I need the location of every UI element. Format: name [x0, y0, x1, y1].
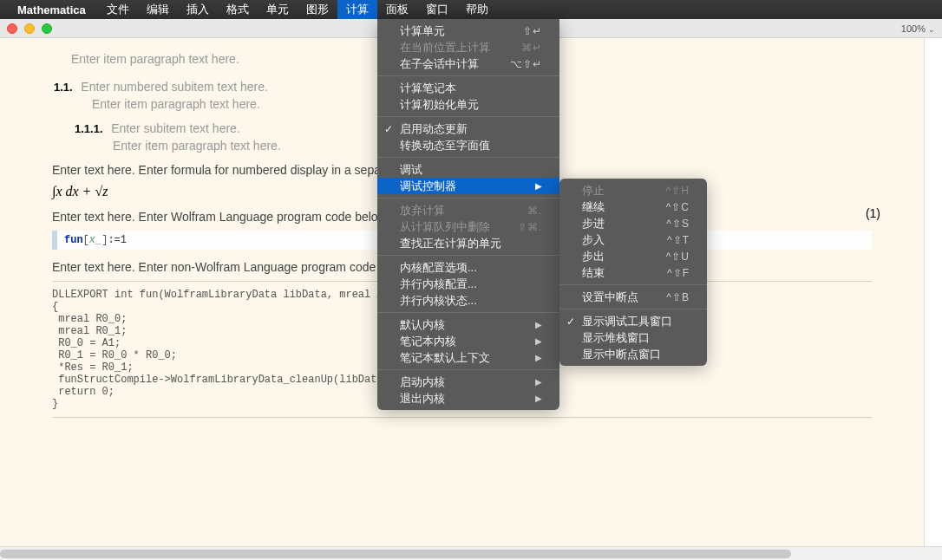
menu-item: 放弃计算⌘.	[377, 202, 559, 218]
menu-item[interactable]: 计算笔记本	[377, 80, 559, 96]
evaluation-menu: 计算单元⇧↵在当前位置上计算⌘↵在子会话中计算⌥⇧↵计算笔记本计算初始化单元✓启…	[377, 19, 559, 410]
menu-separator	[559, 309, 707, 309]
menu-item-label: 显示调试工具窗口	[582, 314, 672, 329]
menu-item[interactable]: 转换动态至字面值	[377, 137, 559, 153]
menu-item-label: 停止	[582, 183, 605, 199]
zoom-button[interactable]	[42, 23, 52, 34]
menu-item-label: 设置中断点	[582, 290, 638, 305]
menu-item-label: 默认内核	[400, 317, 445, 333]
menu-evaluation[interactable]: 计算	[337, 0, 377, 19]
menu-item: 从计算队列中删除⇧⌘.	[377, 218, 559, 235]
menu-item-label: 在当前位置上计算	[400, 40, 490, 55]
menu-item[interactable]: 设置中断点^⇧B	[559, 289, 707, 305]
menu-item[interactable]: 在子会话中计算⌥⇧↵	[377, 55, 559, 72]
menu-item[interactable]: 调试	[377, 161, 559, 178]
formula-number: (1)	[866, 206, 880, 220]
menu-shortcut: ^⇧S	[666, 218, 690, 230]
menu-item[interactable]: ✓启用动态更新	[377, 120, 559, 137]
menu-item-label: 在子会话中计算	[400, 56, 479, 72]
menu-shortcut: ⌘↵	[521, 42, 542, 54]
zoom-indicator[interactable]: 100% ⌄	[901, 23, 935, 34]
menu-item-label: 显示中断点窗口	[582, 347, 661, 362]
close-button[interactable]	[7, 23, 17, 34]
menu-separator	[377, 116, 559, 117]
menu-item-label: 笔记本默认上下文	[400, 350, 490, 366]
check-icon: ✓	[566, 316, 575, 328]
menu-item[interactable]: 步入^⇧T	[559, 231, 707, 248]
menu-palettes[interactable]: 面板	[377, 0, 417, 19]
menu-item[interactable]: 计算初始化单元	[377, 96, 559, 113]
menu-item[interactable]: 笔记本默认上下文▶	[377, 349, 559, 366]
menu-item-label: 内核配置选项...	[400, 260, 477, 276]
menu-item[interactable]: 显示中断点窗口	[559, 346, 707, 362]
menu-shortcut: ⌘.	[527, 205, 542, 217]
menu-cell[interactable]: 单元	[258, 0, 298, 19]
menu-item-label: 计算笔记本	[400, 81, 456, 96]
horizontal-scrollbar[interactable]	[0, 546, 942, 560]
submenu-arrow-icon: ▶	[535, 320, 542, 329]
subsubitem-number: 1.1.1.	[75, 122, 103, 135]
debug-controller-submenu: 停止^⇧H继续^⇧C步进^⇧S步入^⇧T步出^⇧U结束^⇧F设置中断点^⇧B✓显…	[559, 179, 707, 366]
menu-file[interactable]: 文件	[98, 0, 138, 19]
menu-format[interactable]: 格式	[218, 0, 258, 19]
menu-separator	[377, 75, 559, 76]
menu-separator	[559, 284, 707, 285]
menu-item: 停止^⇧H	[559, 182, 707, 199]
menu-item-label: 退出内核	[400, 391, 445, 407]
minimize-button[interactable]	[24, 23, 35, 34]
menu-item-label: 步出	[582, 249, 605, 264]
menu-graphics[interactable]: 图形	[298, 0, 337, 19]
menu-item[interactable]: 内核配置选项...	[377, 259, 559, 276]
menu-shortcut: ^⇧F	[667, 267, 690, 279]
menu-item[interactable]: 查找正在计算的单元	[377, 235, 559, 251]
menu-item[interactable]: 显示堆栈窗口	[559, 329, 707, 346]
scrollbar-thumb[interactable]	[0, 550, 791, 558]
menu-window[interactable]: 窗口	[417, 0, 457, 19]
traffic-lights	[7, 23, 52, 34]
menu-separator	[377, 312, 559, 313]
menu-item[interactable]: 步出^⇧U	[559, 248, 707, 264]
submenu-arrow-icon: ▶	[535, 181, 542, 191]
app-name[interactable]: Mathematica	[17, 3, 86, 16]
zoom-value: 100%	[901, 23, 926, 34]
menu-item[interactable]: 计算单元⇧↵	[377, 23, 559, 39]
menu-separator	[377, 369, 559, 370]
menu-shortcut: ^⇧H	[666, 185, 690, 197]
menu-item[interactable]: 退出内核▶	[377, 390, 559, 407]
menu-help[interactable]: 帮助	[457, 0, 497, 19]
menu-shortcut: ^⇧T	[667, 234, 690, 246]
menu-shortcut: ^⇧C	[666, 201, 690, 213]
chevron-down-icon: ⌄	[928, 25, 935, 34]
menu-item[interactable]: 笔记本内核▶	[377, 333, 559, 349]
menu-edit[interactable]: 编辑	[138, 0, 178, 19]
submenu-arrow-icon: ▶	[535, 336, 542, 346]
subsubitem-placeholder: Enter subitem text here.	[111, 121, 240, 135]
menu-item-label: 计算单元	[400, 23, 445, 39]
subitem-placeholder: Enter numbered subitem text here.	[81, 80, 268, 94]
menu-item[interactable]: 默认内核▶	[377, 316, 559, 333]
menu-item[interactable]: 并行内核状态...	[377, 292, 559, 309]
menu-item[interactable]: 步进^⇧S	[559, 215, 707, 231]
menu-item-label: 并行内核配置...	[400, 277, 477, 292]
menu-item[interactable]: 并行内核配置...	[377, 276, 559, 292]
menu-item-label: 放弃计算	[400, 203, 445, 218]
menu-item[interactable]: 继续^⇧C	[559, 199, 707, 215]
submenu-arrow-icon: ▶	[535, 353, 542, 362]
menu-item[interactable]: 结束^⇧F	[559, 264, 707, 281]
menu-item-label: 结束	[582, 265, 605, 281]
menu-item[interactable]: 调试控制器▶	[377, 178, 559, 194]
menu-item-label: 调试控制器	[400, 179, 456, 194]
subitem-number: 1.1.	[54, 81, 73, 94]
menu-shortcut: ⇧⌘.	[518, 221, 542, 233]
menu-insert[interactable]: 插入	[178, 0, 218, 19]
menu-item-label: 转换动态至字面值	[400, 138, 490, 153]
menu-item[interactable]: 启动内核▶	[377, 374, 559, 390]
menu-item: 在当前位置上计算⌘↵	[377, 39, 559, 55]
menu-shortcut: ^⇧B	[666, 291, 690, 303]
menu-shortcut: ^⇧U	[666, 251, 690, 263]
menu-separator	[377, 157, 559, 158]
menu-item[interactable]: ✓显示调试工具窗口	[559, 313, 707, 329]
menu-separator	[377, 198, 559, 199]
menu-item-label: 启动内核	[400, 374, 445, 390]
menu-item-label: 并行内核状态...	[400, 293, 477, 309]
